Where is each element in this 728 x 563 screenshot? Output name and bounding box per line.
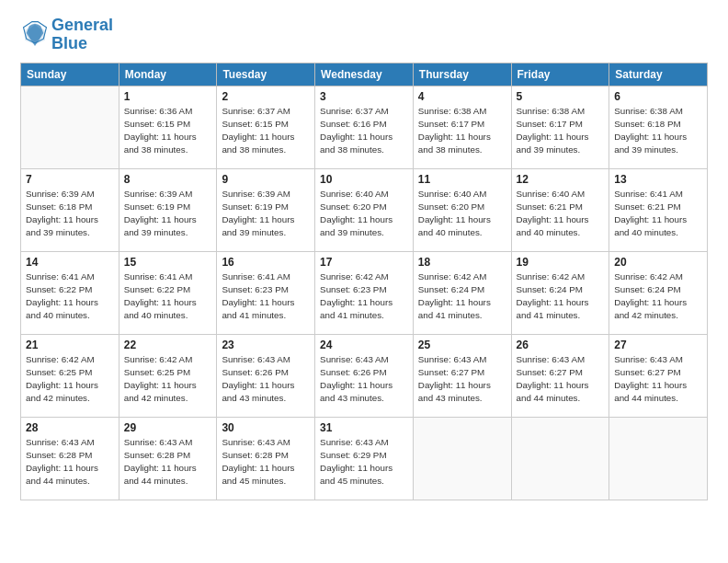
logo: General Blue (20, 17, 113, 53)
calendar-week-row: 28Sunrise: 6:43 AMSunset: 6:28 PMDayligh… (21, 417, 708, 500)
calendar-cell: 8Sunrise: 6:39 AMSunset: 6:19 PMDaylight… (119, 168, 217, 251)
day-number: 5 (517, 90, 605, 103)
calendar-cell: 6Sunrise: 6:38 AMSunset: 6:18 PMDaylight… (609, 86, 708, 168)
calendar-cell: 27Sunrise: 6:43 AMSunset: 6:27 PMDayligh… (609, 334, 708, 417)
day-info: Sunrise: 6:39 AMSunset: 6:19 PMDaylight:… (222, 188, 310, 240)
day-number: 6 (614, 90, 702, 103)
day-number: 19 (517, 256, 605, 269)
calendar-cell: 2Sunrise: 6:37 AMSunset: 6:15 PMDaylight… (217, 86, 315, 168)
calendar-cell: 7Sunrise: 6:39 AMSunset: 6:18 PMDaylight… (21, 168, 119, 251)
calendar-table: SundayMondayTuesdayWednesdayThursdayFrid… (20, 63, 708, 500)
calendar-cell: 26Sunrise: 6:43 AMSunset: 6:27 PMDayligh… (511, 334, 609, 417)
day-number: 11 (418, 173, 506, 186)
day-info: Sunrise: 6:41 AMSunset: 6:22 PMDaylight:… (124, 270, 212, 323)
day-info: Sunrise: 6:43 AMSunset: 6:26 PMDaylight:… (222, 353, 310, 406)
calendar-week-row: 14Sunrise: 6:41 AMSunset: 6:22 PMDayligh… (21, 251, 708, 334)
calendar-cell: 14Sunrise: 6:41 AMSunset: 6:22 PMDayligh… (21, 251, 119, 334)
calendar-cell: 9Sunrise: 6:39 AMSunset: 6:19 PMDaylight… (217, 168, 315, 251)
logo-line1: General (51, 17, 113, 35)
calendar-cell: 22Sunrise: 6:42 AMSunset: 6:25 PMDayligh… (119, 334, 217, 417)
logo-line2: Blue (51, 35, 113, 53)
calendar-cell: 21Sunrise: 6:42 AMSunset: 6:25 PMDayligh… (21, 334, 119, 417)
day-number: 12 (517, 173, 605, 186)
day-info: Sunrise: 6:42 AMSunset: 6:25 PMDaylight:… (124, 353, 212, 406)
day-info: Sunrise: 6:43 AMSunset: 6:29 PMDaylight:… (320, 436, 408, 488)
calendar-cell: 28Sunrise: 6:43 AMSunset: 6:28 PMDayligh… (21, 417, 119, 500)
day-number: 20 (614, 256, 702, 269)
day-info: Sunrise: 6:37 AMSunset: 6:16 PMDaylight:… (320, 105, 408, 157)
calendar-week-row: 1Sunrise: 6:36 AMSunset: 6:15 PMDaylight… (21, 86, 708, 168)
calendar-cell: 13Sunrise: 6:41 AMSunset: 6:21 PMDayligh… (609, 168, 708, 251)
calendar-cell: 12Sunrise: 6:40 AMSunset: 6:21 PMDayligh… (511, 168, 609, 251)
calendar-cell: 5Sunrise: 6:38 AMSunset: 6:17 PMDaylight… (511, 86, 609, 168)
day-info: Sunrise: 6:42 AMSunset: 6:25 PMDaylight:… (26, 353, 114, 406)
calendar-cell (21, 86, 119, 168)
logo-icon (22, 20, 48, 46)
day-info: Sunrise: 6:43 AMSunset: 6:28 PMDaylight:… (124, 436, 212, 488)
day-info: Sunrise: 6:41 AMSunset: 6:21 PMDaylight:… (614, 188, 702, 240)
day-info: Sunrise: 6:42 AMSunset: 6:23 PMDaylight:… (320, 270, 408, 323)
calendar-cell: 15Sunrise: 6:41 AMSunset: 6:22 PMDayligh… (119, 251, 217, 334)
calendar-week-row: 21Sunrise: 6:42 AMSunset: 6:25 PMDayligh… (21, 334, 708, 417)
day-number: 29 (124, 421, 212, 434)
day-number: 28 (26, 421, 114, 434)
day-info: Sunrise: 6:40 AMSunset: 6:21 PMDaylight:… (517, 188, 605, 240)
day-info: Sunrise: 6:43 AMSunset: 6:27 PMDaylight:… (517, 353, 605, 406)
calendar-cell: 19Sunrise: 6:42 AMSunset: 6:24 PMDayligh… (511, 251, 609, 334)
day-number: 22 (124, 339, 212, 351)
day-number: 30 (222, 421, 310, 434)
day-number: 14 (26, 256, 114, 269)
day-info: Sunrise: 6:37 AMSunset: 6:15 PMDaylight:… (222, 105, 310, 157)
day-number: 15 (124, 256, 212, 269)
day-number: 1 (124, 90, 212, 103)
day-info: Sunrise: 6:36 AMSunset: 6:15 PMDaylight:… (124, 105, 212, 157)
day-number: 18 (418, 256, 506, 269)
day-number: 27 (614, 339, 702, 351)
calendar-cell: 30Sunrise: 6:43 AMSunset: 6:28 PMDayligh… (217, 417, 315, 500)
calendar-cell (609, 417, 708, 500)
day-info: Sunrise: 6:43 AMSunset: 6:27 PMDaylight:… (418, 353, 506, 406)
calendar-cell: 17Sunrise: 6:42 AMSunset: 6:23 PMDayligh… (315, 251, 414, 334)
day-number: 8 (124, 173, 212, 186)
day-info: Sunrise: 6:38 AMSunset: 6:17 PMDaylight:… (517, 105, 605, 157)
day-number: 17 (320, 256, 408, 269)
day-number: 24 (320, 339, 408, 351)
day-number: 21 (26, 339, 114, 351)
calendar-cell: 11Sunrise: 6:40 AMSunset: 6:20 PMDayligh… (413, 168, 511, 251)
day-number: 9 (222, 173, 310, 186)
day-number: 31 (320, 421, 408, 434)
weekday-header-friday: Friday (511, 63, 609, 86)
day-info: Sunrise: 6:40 AMSunset: 6:20 PMDaylight:… (320, 188, 408, 240)
calendar-cell: 24Sunrise: 6:43 AMSunset: 6:26 PMDayligh… (315, 334, 414, 417)
calendar-cell: 1Sunrise: 6:36 AMSunset: 6:15 PMDaylight… (119, 86, 217, 168)
day-info: Sunrise: 6:38 AMSunset: 6:17 PMDaylight:… (418, 105, 506, 157)
weekday-header-wednesday: Wednesday (315, 63, 414, 86)
calendar-week-row: 7Sunrise: 6:39 AMSunset: 6:18 PMDaylight… (21, 168, 708, 251)
page: General Blue SundayMondayTuesdayWednesda… (0, 0, 728, 563)
day-number: 7 (26, 173, 114, 186)
day-number: 2 (222, 90, 310, 103)
day-info: Sunrise: 6:39 AMSunset: 6:18 PMDaylight:… (26, 188, 114, 240)
day-number: 10 (320, 173, 408, 186)
day-info: Sunrise: 6:41 AMSunset: 6:22 PMDaylight:… (26, 270, 114, 323)
calendar-cell: 31Sunrise: 6:43 AMSunset: 6:29 PMDayligh… (315, 417, 414, 500)
calendar-cell: 29Sunrise: 6:43 AMSunset: 6:28 PMDayligh… (119, 417, 217, 500)
day-number: 25 (418, 339, 506, 351)
calendar-cell: 3Sunrise: 6:37 AMSunset: 6:16 PMDaylight… (315, 86, 414, 168)
day-info: Sunrise: 6:43 AMSunset: 6:27 PMDaylight:… (614, 353, 702, 406)
day-number: 13 (614, 173, 702, 186)
calendar-cell: 20Sunrise: 6:42 AMSunset: 6:24 PMDayligh… (609, 251, 708, 334)
calendar-cell: 10Sunrise: 6:40 AMSunset: 6:20 PMDayligh… (315, 168, 414, 251)
day-number: 23 (222, 339, 310, 351)
day-info: Sunrise: 6:43 AMSunset: 6:28 PMDaylight:… (222, 436, 310, 488)
weekday-header-row: SundayMondayTuesdayWednesdayThursdayFrid… (21, 63, 708, 86)
day-number: 3 (320, 90, 408, 103)
weekday-header-thursday: Thursday (413, 63, 511, 86)
day-info: Sunrise: 6:42 AMSunset: 6:24 PMDaylight:… (418, 270, 506, 323)
weekday-header-sunday: Sunday (21, 63, 119, 86)
weekday-header-monday: Monday (119, 63, 217, 86)
day-info: Sunrise: 6:42 AMSunset: 6:24 PMDaylight:… (517, 270, 605, 323)
header: General Blue (20, 17, 708, 53)
day-info: Sunrise: 6:43 AMSunset: 6:28 PMDaylight:… (26, 436, 114, 488)
day-info: Sunrise: 6:40 AMSunset: 6:20 PMDaylight:… (418, 188, 506, 240)
